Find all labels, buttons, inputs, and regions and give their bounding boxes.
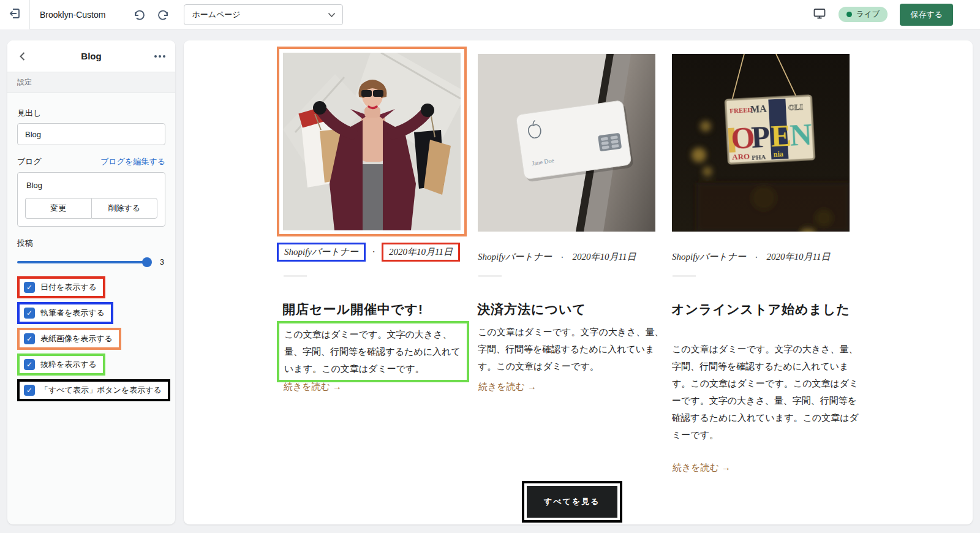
settings-sidebar: Blog 設定 見出し ブログ ブログを編集する Blog 変更 削除する 投稿… — [7, 40, 175, 524]
post-excerpt: この文章はダミーです。文字の大きさ、量、字間、行間等を確認するために入れています… — [284, 326, 462, 377]
sign-letter-p: P — [750, 119, 771, 155]
show-author-label: 執筆者を表示する — [40, 308, 105, 319]
save-button[interactable]: 保存する — [900, 4, 953, 26]
post-cover-image-credit-card[interactable]: Jane Doe — [478, 54, 655, 232]
post-title[interactable]: 開店セール開催中です! — [282, 300, 478, 319]
theme-name: Brooklyn-Custom — [40, 10, 105, 20]
posts-slider-thumb[interactable] — [142, 257, 152, 267]
post-divider — [284, 276, 307, 276]
heading-input[interactable] — [17, 123, 165, 145]
post-author: Shopifyパートナー — [284, 247, 358, 257]
page-selector-dropdown[interactable]: ホームページ — [184, 4, 343, 25]
chevron-down-icon — [328, 10, 335, 19]
post-author-annotation: Shopifyパートナー — [277, 243, 366, 262]
show-excerpt-label: 抜粋を表示する — [40, 359, 97, 370]
show-date-label: 日付を表示する — [40, 282, 97, 293]
edit-blog-link[interactable]: ブログを編集する — [100, 156, 165, 167]
heading-label: 見出し — [17, 108, 165, 119]
checkbox-checked-icon[interactable]: ✓ — [24, 282, 35, 293]
undo-icon[interactable] — [132, 8, 146, 21]
checkbox-checked-icon[interactable]: ✓ — [24, 308, 35, 319]
read-more-link[interactable]: 続きを読む → — [673, 462, 731, 474]
show-view-all-label: 「すべて表示」ボタンを表示する — [40, 385, 162, 396]
posts-slider-track[interactable] — [17, 261, 151, 263]
post-title[interactable]: 決済方法について — [477, 300, 667, 319]
post-cover-image-open-sign[interactable]: FREED MA OLI O P E N ARO PHA nia — [672, 54, 850, 232]
read-more-link[interactable]: 続きを読む → — [478, 381, 537, 393]
show-author-checkbox-row[interactable]: ✓ 執筆者を表示する — [17, 302, 113, 324]
sign-word-pha: PHA — [752, 153, 766, 161]
view-all-annotation: すべてを見る — [522, 481, 622, 523]
meta-separator: ・ — [370, 247, 377, 257]
meta-separator: ・ — [753, 253, 760, 262]
theme-preview: Shopifyパートナー ・ 2020年10月11日 開店セール開催中です! こ… — [184, 40, 973, 524]
posts-label: 投稿 — [17, 238, 165, 249]
sign-word-aro: ARO — [732, 151, 750, 161]
topbar: Brooklyn-Custom ホームページ ライブ 保存 — [0, 0, 980, 29]
exit-editor-button[interactable] — [0, 0, 30, 29]
blog-picker-name: Blog — [25, 181, 157, 190]
overflow-menu-icon[interactable] — [154, 55, 165, 58]
sign-letter-n: N — [789, 117, 813, 153]
post-title[interactable]: オンラインストア始めました — [671, 300, 855, 319]
show-view-all-checkbox-row[interactable]: ✓ 「すべて表示」ボタンを表示する — [17, 379, 170, 401]
show-date-checkbox-row[interactable]: ✓ 日付を表示する — [17, 276, 105, 298]
sign-word-oli: OLI — [788, 102, 804, 112]
post-date: 2020年10月11日 — [389, 247, 453, 257]
checkbox-checked-icon[interactable]: ✓ — [24, 359, 35, 370]
post-date: 2020年10月11日 — [573, 252, 636, 262]
read-more-link[interactable]: 続きを読む → — [284, 381, 342, 393]
sign-word-freed: FREED — [729, 106, 753, 115]
meta-separator: ・ — [559, 253, 566, 262]
posts-slider-value: 3 — [158, 257, 164, 266]
view-all-button[interactable]: すべてを見る — [527, 486, 617, 518]
show-cover-image-label: 表紙画像を表示する — [40, 333, 113, 344]
sign-word-nia: nia — [774, 149, 784, 159]
show-excerpt-checkbox-row[interactable]: ✓ 抜粋を表示する — [17, 353, 105, 376]
page-selector-value: ホームページ — [192, 9, 240, 20]
post-date: 2020年10月11日 — [767, 252, 831, 262]
blog-label: ブログ — [17, 156, 42, 167]
change-blog-button[interactable]: 変更 — [25, 198, 91, 219]
post-divider — [478, 276, 502, 276]
post-excerpt: この文章はダミーです。文字の大きさ、量、字間、行間等を確認するために入れています… — [672, 341, 859, 444]
checkbox-checked-icon[interactable]: ✓ — [24, 385, 35, 396]
posts-slider[interactable]: 3 — [17, 257, 164, 266]
sidebar-title: Blog — [28, 51, 154, 61]
desktop-preview-icon[interactable] — [813, 7, 826, 23]
post-author: Shopifyパートナー — [672, 252, 746, 262]
show-cover-image-checkbox-row[interactable]: ✓ 表紙画像を表示する — [17, 328, 121, 350]
exit-icon — [8, 7, 21, 23]
blog-picker: Blog 変更 削除する — [17, 172, 165, 227]
checkbox-checked-icon[interactable]: ✓ — [24, 333, 35, 344]
redo-icon[interactable] — [157, 8, 170, 21]
post-author: Shopifyパートナー — [478, 252, 552, 262]
post-divider — [673, 276, 696, 276]
post-date-annotation: 2020年10月11日 — [382, 243, 460, 262]
live-dot-icon — [846, 12, 852, 17]
post-cover-image-fashion-shopper[interactable] — [283, 53, 461, 230]
sign-word-ma: MA — [750, 104, 767, 115]
delete-blog-button[interactable]: 削除する — [91, 198, 158, 219]
settings-section-label: 設定 — [7, 72, 175, 93]
cover-image-annotation — [277, 47, 467, 236]
live-status-badge: ライブ — [839, 7, 888, 22]
chevron-left-icon[interactable] — [17, 51, 28, 62]
post-excerpt-annotation: この文章はダミーです。文字の大きさ、量、字間、行間等を確認するために入れています… — [277, 321, 469, 382]
post-excerpt: この文章はダミーです。文字の大きさ、量、字間、行間等を確認するために入れています… — [478, 323, 665, 375]
sidebar-header: Blog — [7, 40, 175, 72]
live-badge-label: ライブ — [856, 9, 880, 20]
